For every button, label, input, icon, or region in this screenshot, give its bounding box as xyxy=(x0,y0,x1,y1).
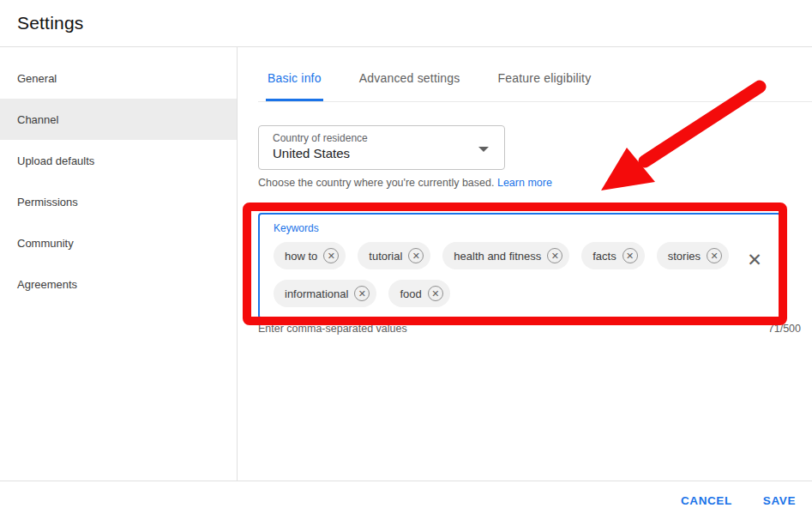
keyword-chips: how to ✕ tutorial ✕ health and fitness ✕ xyxy=(274,242,735,307)
keywords-char-counter: 71/500 xyxy=(768,323,801,335)
sidebar-item-label: Upload defaults xyxy=(17,154,94,167)
learn-more-link[interactable]: Learn more xyxy=(497,177,552,189)
keyword-chip: informational ✕ xyxy=(274,280,376,307)
sidebar-item-channel[interactable]: Channel xyxy=(0,99,237,140)
sidebar-item-label: General xyxy=(17,72,57,85)
chip-label: how to xyxy=(285,250,317,263)
chip-remove-icon[interactable]: ✕ xyxy=(323,248,339,263)
keywords-field[interactable]: Keywords how to ✕ tutorial ✕ health and … xyxy=(258,213,781,319)
dialog-body: General Channel Upload defaults Permissi… xyxy=(0,47,812,481)
chip-remove-icon[interactable]: ✕ xyxy=(428,286,443,301)
save-button[interactable]: SAVE xyxy=(760,487,799,514)
tab-label: Advanced settings xyxy=(359,71,460,85)
dropdown-label: Country of residence xyxy=(273,132,470,144)
keyword-chip: food ✕ xyxy=(388,280,449,307)
chip-remove-icon[interactable]: ✕ xyxy=(354,286,370,301)
sidebar-item-upload-defaults[interactable]: Upload defaults xyxy=(0,140,237,181)
chip-label: stories xyxy=(668,250,701,263)
sidebar-item-general[interactable]: General xyxy=(0,57,237,99)
keywords-helper-row: Enter comma-separated values 71/500 xyxy=(258,323,801,335)
sidebar-item-agreements[interactable]: Agreements xyxy=(0,263,237,305)
cancel-button[interactable]: CANCEL xyxy=(677,487,736,514)
tab-label: Feature eligibility xyxy=(498,71,592,85)
tab-feature-eligibility[interactable]: Feature eligibility xyxy=(496,71,593,101)
sidebar-item-label: Community xyxy=(17,237,74,250)
chip-label: tutorial xyxy=(369,250,402,263)
keyword-chip: health and fitness ✕ xyxy=(442,242,569,269)
dialog-header: Settings xyxy=(0,0,812,47)
page-title: Settings xyxy=(17,13,83,33)
country-of-residence-dropdown[interactable]: Country of residence United States xyxy=(258,125,505,170)
chip-remove-icon[interactable]: ✕ xyxy=(623,248,638,263)
chip-label: health and fitness xyxy=(454,250,541,263)
keyword-chip: tutorial ✕ xyxy=(358,242,430,269)
settings-dialog: Settings General Channel Upload defaults… xyxy=(0,0,812,520)
sidebar-item-permissions[interactable]: Permissions xyxy=(0,181,237,222)
chip-remove-icon[interactable]: ✕ xyxy=(408,248,424,263)
keyword-chip: stories ✕ xyxy=(657,242,729,269)
dialog-footer: CANCEL SAVE xyxy=(0,481,812,520)
channel-settings-panel: Basic info Advanced settings Feature eli… xyxy=(238,47,812,481)
keywords-label: Keywords xyxy=(274,222,767,234)
country-helper-text: Choose the country where you're currentl… xyxy=(258,177,812,189)
sidebar-item-community[interactable]: Community xyxy=(0,222,237,263)
sidebar-item-label: Permissions xyxy=(17,196,78,209)
settings-sidebar: General Channel Upload defaults Permissi… xyxy=(0,47,238,481)
chip-label: facts xyxy=(592,250,616,263)
clear-all-keywords-icon[interactable]: ✕ xyxy=(742,247,767,273)
keywords-placeholder-hint: Enter comma-separated values xyxy=(258,323,407,335)
keywords-row: how to ✕ tutorial ✕ health and fitness ✕ xyxy=(274,242,767,307)
chip-remove-icon[interactable]: ✕ xyxy=(547,248,562,263)
chip-label: informational xyxy=(285,287,348,300)
sidebar-item-label: Agreements xyxy=(17,278,77,291)
channel-tabs: Basic info Advanced settings Feature eli… xyxy=(258,47,812,102)
country-helper-label: Choose the country where you're currentl… xyxy=(258,177,497,189)
keyword-chip: how to ✕ xyxy=(274,242,346,269)
tab-advanced-settings[interactable]: Advanced settings xyxy=(358,71,462,101)
tab-basic-info[interactable]: Basic info xyxy=(266,71,323,101)
chip-remove-icon[interactable]: ✕ xyxy=(707,248,722,263)
tab-label: Basic info xyxy=(268,71,322,85)
dropdown-selected-value: United States xyxy=(273,146,470,160)
chip-label: food xyxy=(400,287,421,300)
chevron-down-icon xyxy=(478,147,489,152)
sidebar-item-label: Channel xyxy=(17,113,58,126)
keyword-chip: facts ✕ xyxy=(581,242,644,269)
